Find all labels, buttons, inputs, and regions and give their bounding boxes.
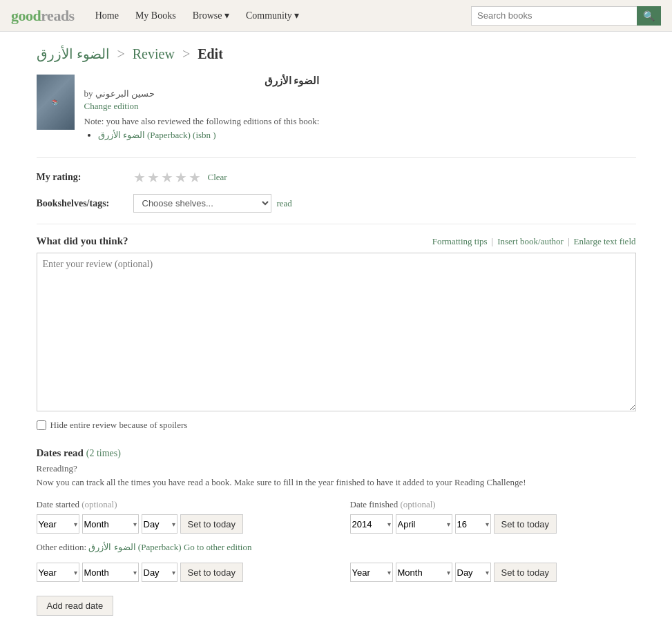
star-4[interactable]: ★	[175, 169, 187, 186]
navbar: goodreads Home My Books Browse ▾ Communi…	[0, 0, 672, 32]
dates-title: Dates read (2 times)	[37, 447, 636, 459]
other-edition-label: Other edition:	[37, 542, 87, 552]
star-3[interactable]: ★	[161, 169, 173, 186]
reading-challenge-note: Now you can track all the times you have…	[37, 477, 636, 488]
date-finished-2-inputs: Year ▾ Month ▾ Day ▾	[350, 563, 636, 582]
started2-day-select[interactable]: Day	[142, 563, 177, 582]
nav-community[interactable]: Community ▾	[239, 7, 306, 24]
shelf-tag-read: read	[277, 198, 292, 209]
finished2-day-select[interactable]: Day	[455, 563, 491, 582]
logo[interactable]: goodreads	[11, 7, 75, 25]
insert-book-author-link[interactable]: Insert book/author	[497, 236, 564, 247]
breadcrumb-edit: Edit	[198, 46, 223, 61]
finished2-year-wrapper: Year ▾	[350, 563, 393, 582]
book-cover-placeholder: 📚	[52, 99, 59, 106]
main-content: الضوء الأزرق > Review > Edit 📚 الضوء الأ…	[26, 32, 647, 630]
finished2-month-select[interactable]: Month	[396, 563, 452, 582]
nav-links: Home My Books Browse ▾ Community ▾	[88, 7, 471, 24]
started2-day-wrapper: Day ▾	[142, 563, 177, 582]
date-finished-inputs: 2014 ▾ April ▾ 16 ▾	[350, 514, 636, 534]
started-day-wrapper: Day ▾	[142, 514, 177, 534]
finished-year-wrapper: 2014 ▾	[350, 514, 393, 534]
star-2[interactable]: ★	[147, 169, 160, 186]
date-finished-group: Date finished (optional) 2014 ▾ April	[350, 499, 636, 534]
date-started-optional: (optional)	[81, 499, 117, 509]
started2-year-select[interactable]: Year	[37, 563, 79, 582]
review-title: What did you think?	[37, 235, 128, 247]
date-started-2-inputs: Year ▾ Month ▾ Day ▾	[37, 563, 323, 582]
started-year-select[interactable]: Year	[37, 514, 79, 534]
bookshelves-label: Bookshelves/tags:	[37, 198, 133, 209]
date-started-inputs: Year ▾ Month ▾ Day ▾	[37, 514, 323, 534]
finished-day-wrapper: 16 ▾	[455, 514, 491, 534]
dates-section: Dates read (2 times) Rereading? Now you …	[37, 447, 636, 616]
started-month-select[interactable]: Month	[82, 514, 139, 534]
book-info: 📚 الضوء الأزرق by حسين البرعوني Change e…	[37, 75, 636, 141]
add-read-date-button[interactable]: Add read date	[37, 596, 114, 616]
date-row-2: Year ▾ Month ▾ Day ▾	[37, 563, 636, 582]
divider-2	[37, 224, 636, 224]
review-actions: Formatting tips | Insert book/author | E…	[432, 236, 636, 247]
nav-my-books[interactable]: My Books	[128, 8, 183, 24]
started-year-wrapper: Year ▾	[37, 514, 79, 534]
nav-browse[interactable]: Browse ▾	[186, 7, 236, 24]
breadcrumb-sep1: >	[117, 46, 125, 61]
date-finished-label: Date finished (optional)	[350, 499, 636, 510]
clear-rating-link[interactable]: Clear	[208, 172, 227, 183]
breadcrumb-book-link[interactable]: الضوء الأزرق	[37, 46, 110, 61]
started2-month-select[interactable]: Month	[82, 563, 139, 582]
other-edition-note: Other edition: الضوء الأزرق (Paperback) …	[37, 542, 636, 553]
shelves-select[interactable]: Choose shelves...	[133, 194, 271, 213]
change-edition-link[interactable]: Change edition	[84, 101, 320, 112]
formatting-tips-link[interactable]: Formatting tips	[432, 236, 488, 247]
rereading-label: Rereading?	[37, 463, 636, 474]
spoiler-checkbox[interactable]	[37, 420, 46, 430]
book-author: by حسين البرعوني	[84, 88, 320, 99]
finished2-month-wrapper: Month ▾	[396, 563, 452, 582]
go-to-other-edition-link[interactable]: Go to other edition	[184, 542, 252, 552]
date-finished-optional: (optional)	[400, 499, 435, 509]
finished-day-select[interactable]: 16	[455, 514, 491, 534]
divider-1	[37, 157, 636, 158]
stars-container: ★ ★ ★ ★ ★ Clear	[133, 169, 227, 186]
date-finished-2-group: Year ▾ Month ▾ Day ▾	[350, 563, 636, 582]
spoiler-label: Hide entire review because of spoilers	[50, 420, 188, 431]
nav-home[interactable]: Home	[88, 8, 126, 24]
book-title: الضوء الأزرق	[84, 75, 320, 87]
author-name: حسين البرعوني	[95, 88, 155, 99]
dates-read-label: Dates read	[37, 447, 84, 458]
started-month-wrapper: Month ▾	[82, 514, 139, 534]
started-set-today-button[interactable]: Set to today	[180, 514, 243, 534]
started2-set-today-button[interactable]: Set to today	[180, 563, 243, 582]
date-started-group: Date started (optional) Year ▾ Month	[37, 499, 323, 534]
star-1[interactable]: ★	[133, 169, 146, 186]
review-header: What did you think? Formatting tips | In…	[37, 235, 636, 247]
rating-label: My rating:	[37, 172, 133, 183]
review-sep-1: |	[492, 236, 494, 247]
breadcrumb: الضوء الأزرق > Review > Edit	[37, 46, 636, 62]
edition-link[interactable]: الضوء الأزرق (Paperback) (isbn )	[98, 130, 216, 140]
started2-year-wrapper: Year ▾	[37, 563, 79, 582]
started2-month-wrapper: Month ▾	[82, 563, 139, 582]
enlarge-text-field-link[interactable]: Enlarge text field	[573, 236, 635, 247]
finished2-year-select[interactable]: Year	[350, 563, 393, 582]
star-5[interactable]: ★	[189, 169, 201, 186]
bookshelves-row: Bookshelves/tags: Choose shelves... read	[37, 194, 636, 213]
review-textarea[interactable]	[37, 253, 636, 411]
book-cover-image: 📚	[37, 75, 75, 130]
started-day-select[interactable]: Day	[142, 514, 177, 534]
date-started-2-group: Year ▾ Month ▾ Day ▾	[37, 563, 323, 582]
search-input[interactable]	[471, 6, 637, 26]
spoiler-row: Hide entire review because of spoilers	[37, 420, 636, 431]
breadcrumb-review[interactable]: Review	[133, 46, 175, 61]
other-edition-link[interactable]: الضوء الأزرق (Paperback)	[88, 542, 181, 552]
search-button[interactable]: 🔍	[637, 6, 661, 26]
review-sep-2: |	[568, 236, 570, 247]
finished-month-select[interactable]: April	[396, 514, 452, 534]
finished2-day-wrapper: Day ▾	[455, 563, 491, 582]
finished2-set-today-button[interactable]: Set to today	[494, 563, 557, 582]
finished-year-select[interactable]: 2014	[350, 514, 393, 534]
finished-set-today-button[interactable]: Set to today	[494, 514, 557, 534]
logo-text: goodreads	[11, 7, 75, 24]
book-details: الضوء الأزرق by حسين البرعوني Change edi…	[84, 75, 320, 141]
